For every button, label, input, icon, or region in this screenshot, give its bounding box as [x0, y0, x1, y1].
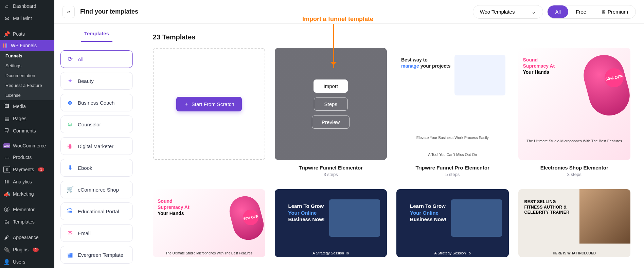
template-steps: 5 steps: [396, 172, 509, 177]
filter-pills: All Free ♛Premium: [547, 5, 636, 19]
category-panel: Templates ⟳All ✦Beauty ☻Business Coach ☺…: [54, 24, 139, 268]
submenu-funnels[interactable]: Funnels: [0, 51, 54, 61]
check-icon: ⟳: [66, 55, 74, 63]
template-card[interactable]: Best way tomanage your projects Elevate …: [396, 48, 509, 177]
templates-icon: 🗂: [3, 218, 10, 225]
sparkle-icon: ✦: [66, 77, 74, 85]
annotation-label: Import a funnel template: [302, 16, 373, 23]
mail-icon: ✉: [3, 15, 10, 22]
scratch-area: ＋Start From Scratch: [153, 48, 265, 160]
template-steps: 3 steps: [518, 172, 631, 177]
templates-count: 23 Templates: [153, 33, 630, 41]
mail-icon: ✉: [66, 229, 74, 237]
back-button[interactable]: «: [62, 6, 75, 18]
pill-free[interactable]: Free: [568, 5, 594, 18]
comments-icon: 🗨: [3, 127, 10, 134]
menu-elementor[interactable]: ⓔElementor: [0, 203, 54, 216]
funnels-icon: [3, 43, 7, 48]
wp-admin-sidebar: ⌂Dashboard ✉Mail Mint 📌Posts WP Funnels …: [0, 0, 54, 268]
page-title: Find your templates: [80, 8, 138, 15]
microphone-icon: [579, 51, 630, 120]
annotation-arrow: [333, 24, 334, 68]
template-card[interactable]: SoundSupremacy AtYour Hands 50% OFF The …: [518, 48, 631, 177]
steps-button[interactable]: Steps: [314, 97, 348, 111]
template-thumbnail: SoundSupremacy AtYour Hands 50% OFF The …: [518, 48, 631, 160]
pin-icon: 📌: [3, 31, 10, 37]
marketing-icon: 📣: [3, 191, 10, 197]
template-title: Tripwire Funnel Pro Elementor: [396, 165, 509, 171]
pill-all[interactable]: All: [548, 5, 568, 18]
menu-wp-funnels[interactable]: WP Funnels: [0, 40, 54, 51]
menu-analytics[interactable]: ⫾⫾Analytics: [0, 176, 54, 188]
menu-dashboard[interactable]: ⌂Dashboard: [0, 0, 54, 12]
submenu-documentation[interactable]: Documentation: [0, 71, 54, 81]
main-area: « Find your templates Woo Templates ⌄ Al…: [54, 0, 644, 268]
template-steps: 3 steps: [275, 172, 387, 177]
category-all[interactable]: ⟳All: [60, 50, 133, 68]
category-educational-portal[interactable]: 🏛Educational Portal: [60, 202, 133, 220]
menu-pages[interactable]: ▤Pages: [0, 112, 54, 125]
submenu-settings[interactable]: Settings: [0, 61, 54, 71]
payments-icon: $: [3, 166, 10, 173]
template-thumbnail: Learn To GrowYour OnlineBusiness Now! A …: [396, 189, 509, 257]
menu-mail-mint[interactable]: ✉Mail Mint: [0, 12, 54, 24]
card-start-from-scratch: ＋Start From Scratch: [153, 48, 265, 177]
counselor-icon: ☺: [66, 121, 74, 128]
category-beauty[interactable]: ✦Beauty: [60, 72, 133, 90]
woo-icon: woo: [3, 143, 10, 148]
submenu-request-feature[interactable]: Request a Feature: [0, 81, 54, 90]
menu-templates[interactable]: 🗂Templates: [0, 216, 54, 228]
products-icon: ▭: [3, 154, 10, 161]
preview-button[interactable]: Preview: [312, 115, 350, 129]
pages-icon: ▤: [3, 115, 10, 122]
category-digital-marketer[interactable]: ◉Digital Marketer: [60, 137, 133, 155]
menu-comments[interactable]: 🗨Comments: [0, 125, 54, 137]
template-card[interactable]: SoundSupremacy AtYour Hands 50% OFF The …: [153, 189, 265, 257]
start-from-scratch-button[interactable]: ＋Start From Scratch: [176, 97, 242, 111]
category-ecommerce-shop[interactable]: 🛒eCommerce Shop: [60, 181, 133, 198]
download-icon: ⬇: [66, 164, 74, 172]
template-thumbnail: Best way tomanage your projects Elevate …: [396, 48, 509, 160]
pill-premium[interactable]: ♛Premium: [594, 5, 636, 18]
chevron-left-icon: «: [67, 9, 70, 15]
person-icon: ☻: [66, 99, 74, 106]
appearance-icon: 🖌: [3, 234, 10, 241]
template-type-dropdown[interactable]: Woo Templates ⌄: [473, 5, 543, 19]
template-card[interactable]: BEST SELLINGFITNESS AUTHOR &CELEBRITY TR…: [518, 189, 631, 257]
dashboard-icon: ⌂: [3, 3, 10, 10]
building-icon: 🏛: [66, 208, 74, 215]
menu-woocommerce[interactable]: wooWooCommerce: [0, 140, 54, 151]
category-list[interactable]: ⟳All ✦Beauty ☻Business Coach ☺Counselor …: [54, 42, 139, 268]
menu-plugins[interactable]: 🔌Plugins2: [0, 244, 54, 256]
elementor-icon: ⓔ: [3, 206, 10, 213]
template-title: Electronics Shop Elementor: [518, 165, 631, 171]
import-button[interactable]: Import: [314, 79, 348, 93]
template-thumbnail: BEST SELLINGFITNESS AUTHOR &CELEBRITY TR…: [518, 189, 631, 257]
category-evergreen-template[interactable]: ▦Evergreen Template: [60, 246, 133, 264]
chevron-down-icon: ⌄: [532, 9, 536, 15]
menu-appearance[interactable]: 🖌Appearance: [0, 231, 54, 244]
tab-templates[interactable]: Templates: [81, 31, 112, 42]
category-business-coach[interactable]: ☻Business Coach: [60, 94, 133, 111]
templates-area[interactable]: 23 Templates ＋Start From Scratch Import …: [139, 24, 644, 268]
template-card[interactable]: Learn To GrowYour OnlineBusiness Now! A …: [396, 189, 509, 257]
menu-media[interactable]: 🖾Media: [0, 100, 54, 112]
menu-posts[interactable]: 📌Posts: [0, 28, 54, 40]
grid-icon: ▦: [66, 251, 74, 258]
menu-marketing[interactable]: 📣Marketing: [0, 188, 54, 200]
plugins-icon: 🔌: [3, 246, 10, 253]
menu-products[interactable]: ▭Products: [0, 151, 54, 163]
crown-icon: ♛: [601, 9, 606, 15]
category-ebook[interactable]: ⬇Ebook: [60, 159, 133, 177]
cart-icon: 🛒: [66, 186, 74, 193]
menu-payments[interactable]: $Payments1: [0, 163, 54, 176]
submenu-license[interactable]: License: [0, 90, 54, 100]
category-counselor[interactable]: ☺Counselor: [60, 115, 133, 133]
badge: 1: [38, 167, 44, 172]
globe-icon: ◉: [66, 142, 74, 150]
users-icon: 👤: [3, 258, 10, 265]
template-card[interactable]: Learn To GrowYour OnlineBusiness Now! A …: [275, 189, 387, 257]
menu-users[interactable]: 👤Users: [0, 256, 54, 268]
category-email[interactable]: ✉Email: [60, 224, 133, 242]
badge: 2: [33, 248, 39, 252]
